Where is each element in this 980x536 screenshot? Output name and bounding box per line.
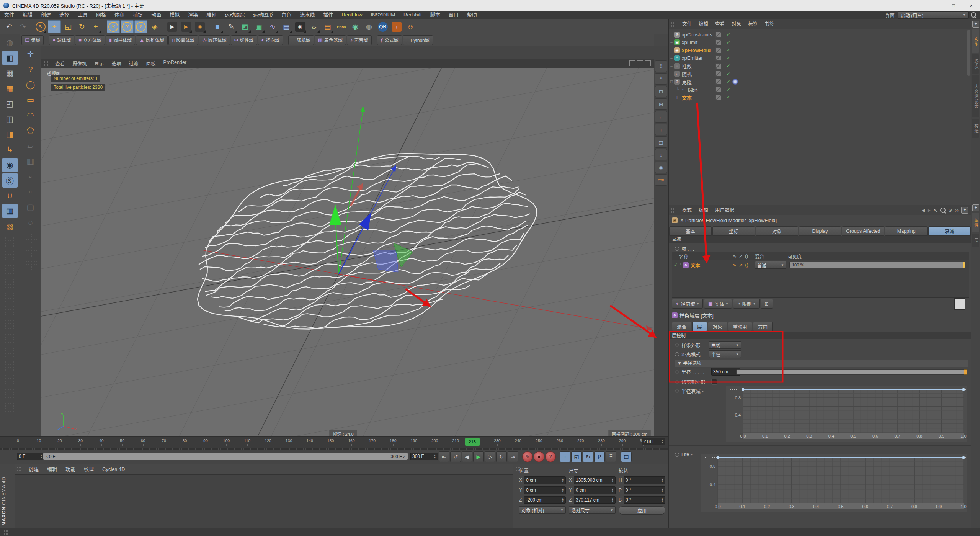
coord-dropdown-绝对尺寸[interactable]: 绝对尺寸▼ bbox=[569, 506, 616, 514]
disabled-tool-4-icon[interactable]: ▫ bbox=[23, 185, 38, 199]
menu-脚本[interactable]: 脚本 bbox=[426, 11, 444, 19]
layer-tab-对象[interactable]: 对象 bbox=[708, 322, 727, 332]
last-used-tool-icon[interactable]: + bbox=[89, 20, 102, 33]
grip-icon[interactable] bbox=[671, 208, 676, 213]
viewport-menu-显示[interactable]: 显示 bbox=[91, 60, 108, 67]
menu-动画[interactable]: 动画 bbox=[147, 11, 165, 19]
lock-z-axis-icon[interactable]: Z bbox=[134, 20, 147, 33]
coord-field-尺寸-Z[interactable]: 370.117 cm▲▼ bbox=[574, 496, 616, 504]
menu-捕捉[interactable]: 捕捉 bbox=[129, 11, 147, 19]
menu-Redshift[interactable]: Redshift bbox=[399, 11, 426, 19]
add-bend-deformer-icon[interactable]: ∿ bbox=[266, 20, 279, 33]
curve-icon[interactable]: ∿ bbox=[732, 262, 736, 268]
autokey-button[interactable]: ● bbox=[534, 451, 544, 462]
disabled-tool-6-icon[interactable]: ◌ bbox=[23, 215, 38, 230]
disabled-tool-1-icon[interactable]: ▱ bbox=[23, 139, 38, 153]
viewport-menu-面板[interactable]: 面板 bbox=[142, 60, 160, 67]
om-menu-书签[interactable]: 书签 bbox=[761, 20, 777, 28]
anim-dot-icon[interactable] bbox=[675, 352, 679, 356]
rotate-tool-icon[interactable]: ↻ bbox=[75, 20, 88, 33]
anim-dot-icon[interactable] bbox=[675, 389, 679, 393]
object-axis-mode-icon[interactable]: ↳ bbox=[2, 142, 18, 157]
panel-tab-层[interactable]: 层 bbox=[972, 234, 979, 247]
material-menu-纹理[interactable]: 纹理 bbox=[80, 465, 98, 474]
om-menu-文件[interactable]: 文件 bbox=[679, 20, 695, 28]
object-row-随机[interactable]: –∷随机✓ bbox=[669, 70, 970, 78]
range-end-field[interactable]: 300 F▲▼ bbox=[410, 453, 438, 460]
object-manager-scrollbar[interactable] bbox=[967, 30, 970, 76]
object-row-xpFlowField[interactable]: –◉xpFlowField✓ bbox=[669, 46, 970, 54]
field-button-着色器域[interactable]: ▩着色器域 bbox=[315, 35, 346, 45]
coord-dropdown-对象 (相对)[interactable]: 对象 (相对)▼ bbox=[519, 506, 566, 514]
menu-选择[interactable]: 选择 bbox=[55, 11, 74, 19]
dock-tool-1-icon[interactable]: ⠿ bbox=[655, 73, 667, 85]
dock-tool-6-icon[interactable]: ▤ bbox=[655, 136, 667, 148]
attribute-tab-Display[interactable]: Display bbox=[799, 226, 841, 236]
add-cube-object-icon[interactable]: ■ bbox=[211, 20, 224, 33]
field-button-Python域[interactable]: ≡Python域 bbox=[403, 35, 433, 45]
viewport-layout-icon[interactable] bbox=[629, 60, 635, 66]
attribute-tab-坐标[interactable]: 坐标 bbox=[712, 226, 755, 236]
anim-dot-icon[interactable] bbox=[675, 343, 679, 347]
preview-range-slider[interactable]: ‹ 0 F300 F › bbox=[43, 453, 408, 460]
object-row-xpEmitter[interactable]: –*xpEmitter✓ bbox=[669, 54, 970, 62]
current-frame-marker[interactable]: 218 bbox=[465, 438, 480, 446]
add-folder-button[interactable]: ⊞ bbox=[761, 299, 773, 309]
viewport-canvas[interactable]: 透视图 Number of emitters: 1 Total live par… bbox=[41, 68, 654, 436]
panel-tab-内容浏览器[interactable]: 内容浏览器 bbox=[972, 75, 979, 117]
enabled-check-icon[interactable]: ✓ bbox=[727, 87, 730, 92]
panel-tab-构造[interactable]: 构造 bbox=[972, 119, 979, 138]
range-start-field[interactable]: 0 F▲▼ bbox=[17, 453, 44, 460]
field-button-圆环体域[interactable]: ◎圆环体域 bbox=[199, 35, 230, 45]
menu-流水线[interactable]: 流水线 bbox=[296, 11, 319, 19]
field-button-组域[interactable]: ▤组域 bbox=[21, 35, 44, 45]
field-button-球体域[interactable]: ●球体域 bbox=[49, 35, 74, 45]
radius-options-group[interactable]: ▼ 半径选项 bbox=[675, 360, 968, 367]
disabled-tool-5-icon[interactable]: ▢ bbox=[23, 200, 38, 214]
play-button[interactable]: ▶ bbox=[473, 451, 484, 462]
field-enabled-checkbox[interactable]: ✓ bbox=[672, 262, 679, 268]
psr-zero-icon[interactable]: PSR0 bbox=[335, 20, 348, 33]
object-row-xpLimit[interactable]: –▣xpLimit✓ bbox=[669, 39, 970, 46]
render-active-view-icon[interactable]: ◍ bbox=[2, 35, 18, 50]
model-mode-icon[interactable]: ◧ bbox=[2, 51, 18, 65]
am-menu-用户数据[interactable]: 用户数据 bbox=[712, 206, 738, 214]
field-button-声音域[interactable]: ♪声音域 bbox=[347, 35, 372, 45]
coord-field-尺寸-Y[interactable]: 0 cm▲▼ bbox=[574, 486, 616, 494]
viewport-menu-选项[interactable]: 选项 bbox=[108, 60, 125, 67]
workplane-mode-icon[interactable]: ▦ bbox=[2, 81, 18, 96]
add-floor-icon[interactable]: ▦ bbox=[280, 20, 293, 33]
am-menu-编辑[interactable]: 编辑 bbox=[695, 206, 712, 214]
menu-帮助[interactable]: 帮助 bbox=[463, 11, 481, 19]
layer-toggle[interactable] bbox=[715, 39, 721, 45]
texture-mode-icon[interactable]: ▩ bbox=[2, 66, 18, 80]
previous-frame-button[interactable]: ◀ bbox=[462, 451, 472, 462]
panel-tab-对象[interactable]: 对象 bbox=[972, 29, 979, 53]
menu-雕刻[interactable]: 雕刻 bbox=[202, 11, 220, 19]
previous-key-button[interactable]: ↺ bbox=[450, 451, 461, 462]
object-row-克隆[interactable]: ⊟⊕克隆✓ bbox=[669, 78, 970, 85]
field-row-text[interactable]: ✓ └ ❖ 文本 ∿↗() 普通▼ 100 % bbox=[672, 260, 969, 270]
keyframe-presets-button[interactable]: ? bbox=[545, 451, 556, 462]
new-panel-icon[interactable]: + bbox=[972, 21, 979, 28]
qr-plugin-icon[interactable]: QR bbox=[376, 20, 389, 33]
apply-button[interactable]: 应用 bbox=[619, 506, 665, 515]
polygon-selection-tool-icon[interactable]: ⬠ bbox=[23, 123, 38, 138]
grip-icon[interactable] bbox=[44, 60, 49, 66]
field-button-立方体域[interactable]: ■立方体域 bbox=[75, 35, 105, 45]
field-button-径向域[interactable]: ◐径向域 bbox=[258, 35, 283, 45]
attribute-tab-衰减[interactable]: 衰减 bbox=[928, 226, 971, 236]
drop-to-floor-icon[interactable]: ↓ bbox=[390, 20, 403, 33]
enabled-check-icon[interactable]: ✓ bbox=[727, 79, 730, 84]
menu-窗口[interactable]: 窗口 bbox=[444, 11, 463, 19]
expand-icon[interactable]: ▸ bbox=[691, 453, 693, 456]
add-spline-pen-icon[interactable]: ✎ bbox=[225, 20, 238, 33]
object-row-xpConstraints[interactable]: –⊗xpConstraints✓ bbox=[669, 31, 970, 38]
key-parameter-button[interactable]: P bbox=[594, 451, 605, 462]
enabled-check-icon[interactable]: ✓ bbox=[727, 32, 730, 37]
om-menu-对象[interactable]: 对象 bbox=[728, 20, 745, 28]
lasso-selection-tool-icon[interactable]: ◠ bbox=[23, 108, 38, 123]
coordinate-system-icon[interactable]: ◈ bbox=[148, 20, 161, 33]
dock-tool-5-icon[interactable]: ↕ bbox=[655, 124, 667, 135]
new-panel-icon[interactable]: + bbox=[961, 207, 968, 214]
